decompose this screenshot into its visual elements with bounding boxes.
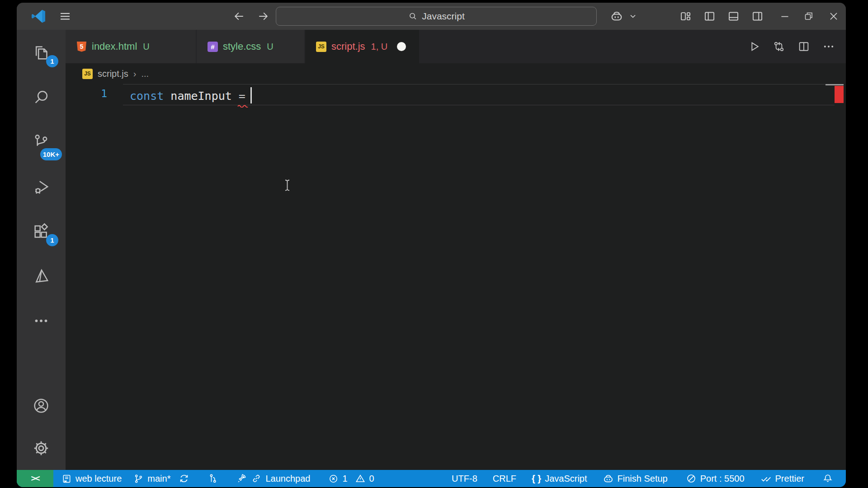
port-label: Port : 5500 — [700, 474, 745, 484]
account-button[interactable] — [17, 385, 66, 427]
vscode-logo-icon — [30, 8, 47, 24]
eol-status-item[interactable]: CRLF — [493, 474, 516, 484]
formatter-label: Prettier — [775, 474, 804, 484]
book-icon — [61, 474, 72, 484]
language-status-item[interactable]: { } JavaScript — [532, 474, 587, 484]
sidebar-item-extension-pyramid[interactable] — [17, 253, 66, 298]
sidebar-item-explorer[interactable]: 1 — [17, 30, 66, 75]
formatter-status-item[interactable]: Prettier — [760, 473, 804, 484]
forward-icon[interactable] — [257, 10, 269, 23]
sidebar-item-source-control[interactable]: 10K+ — [17, 119, 66, 164]
notifications-button[interactable] — [822, 473, 833, 484]
search-icon — [408, 11, 418, 21]
git-branch-icon — [133, 474, 144, 484]
sidebar-item-extensions[interactable]: 1 — [17, 209, 66, 253]
code-editor[interactable]: 1 const nameInput = — [66, 84, 846, 470]
back-icon[interactable] — [233, 10, 245, 23]
problems-status-item[interactable]: 1 0 — [328, 473, 374, 484]
extensions-badge: 1 — [46, 234, 58, 246]
sync-changes-button[interactable] — [179, 473, 189, 484]
tab-label: index.html — [92, 41, 137, 52]
command-center-search[interactable]: Javascript — [276, 7, 597, 26]
source-control-badge: 10K+ — [40, 148, 62, 160]
toggle-secondary-sidebar-icon[interactable] — [751, 10, 764, 23]
more-views-button[interactable] — [17, 298, 66, 343]
css-file-icon: # — [208, 42, 218, 52]
breadcrumb-chevron: › — [133, 69, 137, 79]
gear-icon — [32, 439, 50, 457]
language-label: JavaScript — [545, 474, 587, 484]
run-file-button[interactable] — [748, 40, 760, 53]
warning-icon — [355, 473, 366, 484]
live-server-port-item[interactable]: Port : 5500 — [686, 473, 745, 484]
breadcrumb-symbol[interactable]: ... — [141, 69, 149, 79]
close-button[interactable] — [828, 10, 840, 22]
chevron-down-icon[interactable] — [628, 11, 638, 21]
split-editor-button[interactable] — [797, 40, 810, 53]
explorer-badge: 1 — [46, 55, 58, 67]
warning-count: 0 — [369, 474, 374, 484]
js-file-icon: JS — [82, 69, 93, 79]
error-count: 1 — [342, 474, 347, 484]
git-status-badge: U — [143, 42, 149, 52]
html-file-icon: 5 — [76, 42, 87, 52]
tab-label: style.css — [223, 41, 261, 52]
sync-icon — [179, 473, 189, 484]
workspace-status-item[interactable]: web lecture — [61, 474, 122, 484]
error-squiggle — [237, 104, 248, 108]
tab-index-html[interactable]: 5 index.html U — [66, 30, 196, 63]
tab-script-js[interactable]: JS script.js 1, U — [305, 30, 419, 63]
double-check-icon — [760, 473, 772, 484]
encoding-status-item[interactable]: UTF-8 — [452, 474, 477, 484]
unsaved-dot[interactable] — [397, 42, 406, 51]
mouse-ibeam-cursor — [283, 179, 291, 192]
copilot-icon[interactable] — [610, 9, 623, 23]
restore-button[interactable] — [803, 11, 814, 22]
eol-label: CRLF — [493, 474, 516, 484]
activity-bar: 1 10K+ 1 — [17, 30, 66, 470]
copilot-icon — [603, 473, 614, 484]
overview-ruler-error-mark — [835, 86, 844, 103]
toggle-panel-icon[interactable] — [727, 10, 740, 23]
git-graph-button[interactable] — [208, 473, 218, 484]
editor-actions — [748, 30, 846, 63]
code-line: const nameInput = — [130, 87, 252, 103]
customize-layout-icon[interactable] — [679, 10, 692, 23]
link-icon — [251, 473, 262, 484]
open-changes-icon[interactable] — [773, 40, 785, 53]
problems-git-badge: 1, U — [371, 42, 388, 52]
tab-bar: 5 index.html U # style.css U JS script.j… — [66, 30, 846, 63]
remote-indicator[interactable]: >< — [17, 470, 53, 487]
run-debug-icon — [32, 178, 50, 196]
minimize-button[interactable] — [779, 10, 791, 22]
error-icon — [328, 474, 339, 484]
workspace-label: web lecture — [75, 474, 122, 484]
settings-button[interactable] — [17, 427, 66, 470]
more-actions-button[interactable] — [822, 40, 835, 53]
launchpad-label: Launchpad — [265, 474, 310, 484]
sidebar-item-search[interactable] — [17, 75, 66, 119]
circle-slash-icon — [686, 473, 697, 484]
variable-token: nameInput — [170, 89, 231, 103]
line-number: 1 — [89, 88, 107, 99]
ellipsis-icon — [33, 313, 49, 329]
title-bar: Javascript — [17, 3, 846, 30]
tab-style-css[interactable]: # style.css U — [197, 30, 304, 63]
status-bar: >< web lecture main* Launchpad — [17, 470, 846, 487]
branch-label: main* — [147, 474, 170, 484]
sidebar-item-run-debug[interactable] — [17, 164, 66, 209]
breadcrumb: JS script.js › ... — [66, 63, 846, 84]
git-branch-status-item[interactable]: main* — [133, 474, 170, 484]
account-icon — [32, 397, 50, 415]
toggle-primary-sidebar-icon[interactable] — [703, 10, 716, 23]
copilot-status-item[interactable]: Finish Setup — [603, 473, 668, 484]
pyramid-icon — [33, 267, 50, 285]
text-cursor — [250, 87, 252, 103]
launchpad-status-item[interactable]: Launchpad — [236, 473, 310, 484]
breadcrumb-file[interactable]: script.js — [98, 69, 128, 79]
bell-icon — [822, 473, 833, 484]
encoding-label: UTF-8 — [452, 474, 477, 484]
rocket-icon — [236, 473, 247, 484]
tab-label: script.js — [331, 41, 365, 52]
menu-icon[interactable] — [58, 9, 72, 23]
